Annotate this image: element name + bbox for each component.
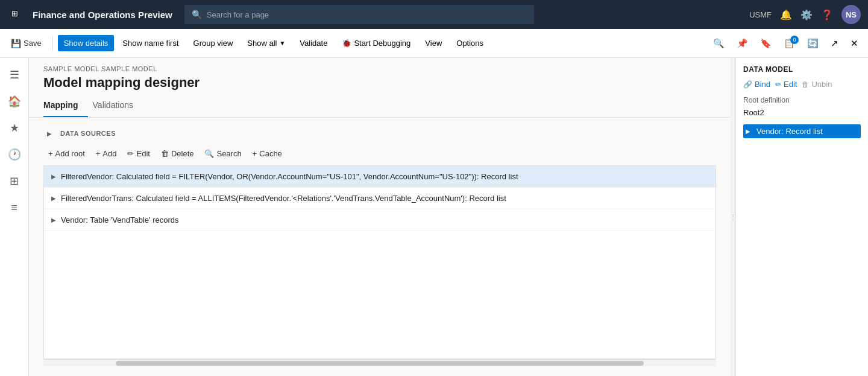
app-title: Finance and Operations Preview <box>33 10 172 20</box>
data-sources-tree: ▶ FilteredVendor: Calculated field = FIL… <box>43 165 716 359</box>
horizontal-scrollbar[interactable] <box>43 359 716 366</box>
edit-model-icon: ✏ <box>775 80 781 89</box>
add-button[interactable]: + Add <box>91 147 122 161</box>
data-sources-header: ▶ DATA SOURCES <box>43 127 716 139</box>
save-button[interactable]: 💾 Save <box>5 35 48 52</box>
help-icon[interactable]: ❓ <box>821 9 833 21</box>
data-sources-toolbar: + Add root + Add ✏ Edit 🗑 Delete 🔍 S <box>43 144 716 163</box>
validate-button[interactable]: Validate <box>294 35 333 51</box>
add-root-icon: + <box>48 149 53 158</box>
view-button[interactable]: View <box>419 35 448 51</box>
cache-button[interactable]: + Cache <box>248 147 287 161</box>
main-toolbar: 💾 Save Show details Show name first Grou… <box>0 29 868 58</box>
start-debugging-button[interactable]: 🐞 Start Debugging <box>336 35 417 51</box>
tree-expand-icon-3[interactable]: ▶ <box>49 215 58 225</box>
toolbar-divider-1 <box>52 36 53 51</box>
root-definition-value: Root2 <box>743 108 861 117</box>
pin-icon: 📌 <box>737 38 748 49</box>
tree-expand-icon-1[interactable]: ▶ <box>49 172 58 182</box>
notification-icon[interactable]: 🔔 <box>780 9 792 21</box>
main-content-area: SAMPLE MODEL SAMPLE MODEL Model mapping … <box>29 58 731 376</box>
cache-icon: + <box>253 149 257 158</box>
bookmark-icon: 🔖 <box>760 38 772 49</box>
delete-icon: 🗑 <box>161 149 169 158</box>
open-new-window-button[interactable]: ↗ <box>826 34 843 53</box>
tree-expand-icon-2[interactable]: ▶ <box>49 194 58 203</box>
add-root-button[interactable]: + Add root <box>43 147 90 161</box>
show-details-button[interactable]: Show details <box>58 35 115 51</box>
options-button[interactable]: Options <box>450 35 489 51</box>
close-icon: ✕ <box>851 38 858 49</box>
tree-item-text-3: Vendor: Table 'VendTable' records <box>61 215 179 225</box>
show-name-first-button[interactable]: Show name first <box>116 35 184 51</box>
search-icon: 🔍 <box>192 10 202 19</box>
edit-button[interactable]: ✏ Edit <box>122 147 154 161</box>
refresh-button[interactable]: 🔄 <box>802 34 823 53</box>
search-toolbar-button[interactable]: 🔍 <box>708 34 729 53</box>
data-sources-title: DATA SOURCES <box>60 130 116 137</box>
data-model-actions: 🔗 Bind ✏ Edit 🗑 Unbin <box>743 80 861 89</box>
tab-mapping[interactable]: Mapping <box>43 95 88 117</box>
top-nav-right: USMF 🔔 ⚙️ ❓ NS <box>749 5 861 24</box>
chevron-down-icon: ▼ <box>279 40 285 46</box>
bookmark-button[interactable]: 🔖 <box>755 34 776 53</box>
search-input[interactable] <box>207 10 527 19</box>
bind-button[interactable]: 🔗 Bind <box>743 80 770 89</box>
page-header: SAMPLE MODEL SAMPLE MODEL Model mapping … <box>29 58 731 95</box>
data-sources-panel: ▶ DATA SOURCES + Add root + Add ✏ Edit 🗑 <box>29 118 731 376</box>
nav-modules-icon[interactable]: ≡ <box>2 196 27 220</box>
tab-bar: Mapping Validations <box>29 95 731 118</box>
tree-item[interactable]: ▶ FilteredVendorTrans: Calculated field … <box>44 188 715 209</box>
refresh-icon: 🔄 <box>807 38 819 49</box>
vertical-resizer[interactable]: ⋮ <box>731 58 735 376</box>
save-icon: 💾 <box>11 39 21 48</box>
data-model-tree: ▶ Vendor: Record list <box>743 124 861 369</box>
data-sources-expand-button[interactable]: ▶ <box>43 127 55 139</box>
breadcrumb: SAMPLE MODEL SAMPLE MODEL <box>43 65 716 72</box>
show-all-button[interactable]: Show all ▼ <box>241 35 291 51</box>
nav-home-icon[interactable]: 🏠 <box>2 89 27 113</box>
nav-recent-icon[interactable]: 🕐 <box>2 142 27 167</box>
search-icon: 🔍 <box>713 38 725 49</box>
settings-icon[interactable]: ⚙️ <box>800 9 813 21</box>
company-label[interactable]: USMF <box>749 10 772 19</box>
close-button[interactable]: ✕ <box>846 34 863 53</box>
data-model-tree-item[interactable]: ▶ Vendor: Record list <box>743 124 861 138</box>
tree-item[interactable]: ▶ Vendor: Table 'VendTable' records <box>44 209 715 231</box>
root-definition-label: Root definition <box>743 96 861 104</box>
delete-button[interactable]: 🗑 Delete <box>156 147 199 161</box>
data-model-panel: DATA MODEL 🔗 Bind ✏ Edit 🗑 Unbin Root de… <box>735 58 868 376</box>
main-layout: ☰ 🏠 ★ 🕐 ⊞ ≡ SAMPLE MODEL SAMPLE MODEL Mo… <box>0 58 868 376</box>
nav-favorites-icon[interactable]: ★ <box>2 116 27 140</box>
debug-icon: 🐞 <box>342 39 351 48</box>
unbind-icon: 🗑 <box>802 80 809 89</box>
bind-icon: 🔗 <box>743 80 752 89</box>
user-avatar[interactable]: NS <box>841 5 861 24</box>
page-title: Model mapping designer <box>43 75 716 91</box>
unbind-button[interactable]: 🗑 Unbin <box>802 80 832 89</box>
dm-item-text-1: Vendor: Record list <box>756 127 823 136</box>
dm-expand-icon-1[interactable]: ▶ <box>746 128 754 135</box>
pin-button[interactable]: 📌 <box>732 34 753 53</box>
search-ds-icon: 🔍 <box>204 149 214 158</box>
edit-model-button[interactable]: ✏ Edit <box>775 80 797 89</box>
notifications-badge-button[interactable]: 📋 0 <box>779 34 800 53</box>
search-ds-button[interactable]: 🔍 Search <box>200 147 246 161</box>
app-grid-icon[interactable]: ⊞ <box>7 5 27 24</box>
left-navigation: ☰ 🏠 ★ 🕐 ⊞ ≡ <box>0 58 29 376</box>
edit-icon: ✏ <box>127 149 134 158</box>
nav-workspaces-icon[interactable]: ⊞ <box>2 169 27 193</box>
data-model-title: DATA MODEL <box>743 65 861 74</box>
horizontal-scrollbar-thumb[interactable] <box>116 361 644 366</box>
global-search-box[interactable]: 🔍 <box>184 5 534 24</box>
top-navigation: ⊞ Finance and Operations Preview 🔍 USMF … <box>0 0 868 29</box>
group-view-button[interactable]: Group view <box>187 35 239 51</box>
tree-item-text-2: FilteredVendorTrans: Calculated field = … <box>61 194 506 203</box>
tab-validations[interactable]: Validations <box>93 95 143 117</box>
external-link-icon: ↗ <box>831 38 838 49</box>
tree-item-text-1: FilteredVendor: Calculated field = FILTE… <box>61 172 518 181</box>
nav-hamburger-icon[interactable]: ☰ <box>2 63 27 87</box>
add-icon: + <box>96 149 101 158</box>
tree-item[interactable]: ▶ FilteredVendor: Calculated field = FIL… <box>44 166 715 188</box>
